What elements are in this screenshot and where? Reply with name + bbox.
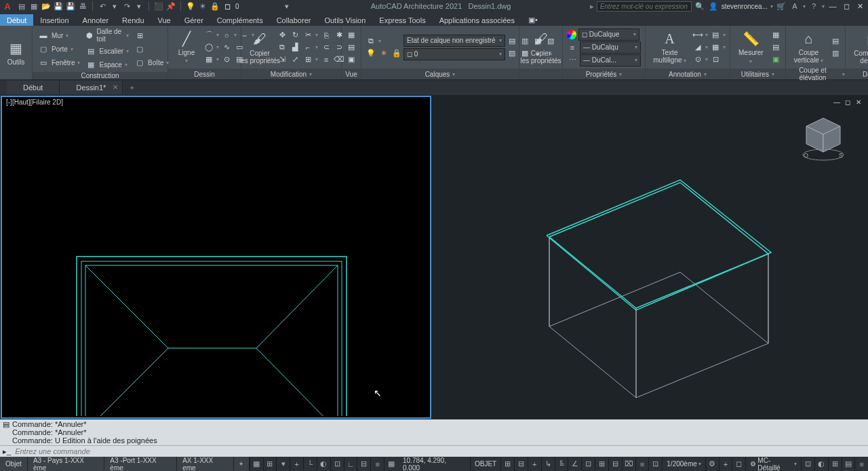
tab-rendu[interactable]: Rendu — [115, 14, 151, 26]
coupe-button[interactable]: ⌂ Coupe verticale ▾ — [790, 29, 827, 66]
dim6-icon[interactable]: ⊡ — [710, 54, 721, 65]
close-button[interactable]: ✕ — [854, 1, 865, 12]
user-name[interactable]: stevenroncea... — [722, 3, 768, 10]
status-objet[interactable]: Objet — [0, 457, 28, 471]
status-grid-drop[interactable]: ▾ — [276, 457, 290, 471]
ligne-button[interactable]: ╱ Ligne ▾ — [172, 29, 201, 66]
linetype-icon[interactable]: ⋯ — [567, 55, 578, 66]
stretch-icon[interactable]: ⇲ — [277, 54, 288, 65]
bulb-icon[interactable]: 💡 — [185, 1, 196, 12]
sun-icon[interactable]: ☀ — [197, 1, 208, 12]
tab-gerer[interactable]: Gérer — [178, 14, 210, 26]
dim5-icon[interactable]: ⊙ — [692, 54, 703, 65]
saveas-icon[interactable]: 💾 — [65, 1, 76, 12]
view2-icon[interactable]: ▤ — [346, 42, 357, 53]
dim4-icon[interactable]: ▦ — [710, 42, 721, 53]
status-ortho-icon[interactable]: + — [290, 457, 303, 471]
mur-button[interactable]: ▬Mur▾ — [37, 29, 81, 41]
point-icon[interactable]: ⊙ — [221, 54, 232, 65]
status-objectsnap[interactable]: OBJET — [470, 457, 500, 471]
maximize-button[interactable]: ◻ — [841, 1, 852, 12]
join-icon[interactable]: ⊂ — [321, 42, 332, 53]
undo-dropdown[interactable]: ▾ — [109, 1, 120, 12]
status-grid-icon[interactable]: ⊞ — [263, 457, 277, 471]
status-trans-icon[interactable]: ▦ — [384, 457, 397, 471]
fenetre-button[interactable]: ▭Fenêtre▾ — [37, 56, 81, 69]
elev2-icon[interactable]: ▥ — [830, 48, 841, 59]
tab-complements[interactable]: Compléments — [210, 14, 270, 26]
tab-express[interactable]: Express Tools — [372, 14, 432, 26]
help-icon[interactable]: ? — [808, 1, 819, 12]
viewport-iso[interactable]: — ◻ ✕ — [433, 96, 867, 419]
util1-icon[interactable]: ▦ — [770, 30, 781, 41]
outils-button[interactable]: ▦ Outils — [2, 38, 31, 67]
status-s3-icon[interactable]: + — [528, 457, 541, 471]
status-coords[interactable]: 10.784, 4.290, 0.000 — [397, 457, 470, 472]
escalier-button[interactable]: ▤Escalier▾ — [84, 45, 130, 57]
trim-icon[interactable]: ✂ — [302, 30, 313, 41]
status-s10-icon[interactable]: ⌧ — [622, 457, 635, 471]
save-icon[interactable]: 💾 — [53, 1, 64, 12]
status-s12-icon[interactable]: ⊡ — [648, 457, 662, 471]
scale-icon[interactable]: ⤢ — [290, 54, 300, 65]
layer-dropdown[interactable]: ▾ — [281, 1, 292, 12]
autodesk-icon[interactable]: A — [789, 1, 800, 12]
status-osnap-icon[interactable]: ⊡ — [330, 457, 344, 471]
vp-max[interactable]: ◻ — [843, 97, 852, 107]
sunlayer-icon[interactable]: ☀ — [378, 48, 389, 59]
texte-button[interactable]: A Texte multiligne ▾ — [650, 29, 690, 66]
fillet-icon[interactable]: ⌐ — [302, 42, 313, 53]
status-layout2[interactable]: A3 -Port 1-XXX ème — [104, 457, 177, 471]
rotate-icon[interactable]: ↻ — [290, 30, 300, 41]
doctab-dessin1[interactable]: Dessin1*✕ — [60, 81, 123, 94]
status-s6-icon[interactable]: ∠ — [568, 457, 581, 471]
dim2-icon[interactable]: ▤ — [710, 30, 721, 41]
espace-button[interactable]: ▦Espace▾ — [84, 58, 130, 71]
copy-icon[interactable]: ⧉ — [277, 42, 288, 53]
status-scale[interactable]: 1/200ème▾ — [662, 457, 705, 471]
panel-annotation[interactable]: Annotation ▾ — [646, 69, 730, 79]
bulblayer-icon[interactable]: 💡 — [366, 48, 376, 59]
viewport-top[interactable]: [-][Haut][Filaire 2D] X Y ↖ — [1, 96, 431, 419]
panel-coupe[interactable]: Coupe et élévation ▾ — [786, 69, 845, 79]
status-s7-icon[interactable]: ⊡ — [581, 457, 595, 471]
polyline-icon[interactable]: ⌒ — [203, 30, 214, 41]
status-dynuc-icon[interactable]: ∟ — [344, 457, 357, 471]
tab-annoter[interactable]: Annoter — [76, 14, 116, 26]
viewcube[interactable]: O S — [800, 113, 847, 164]
status-lw-icon[interactable]: ≡ — [370, 457, 384, 471]
status-s1-icon[interactable]: ⊞ — [500, 457, 514, 471]
plot-icon[interactable]: 🖶 — [77, 1, 88, 12]
new-icon[interactable]: ▦ — [28, 1, 39, 12]
status-p2-icon[interactable]: ◻ — [732, 457, 745, 471]
status-s5-icon[interactable]: ╚ — [555, 457, 568, 471]
layp1-icon[interactable]: ▤ — [507, 36, 517, 47]
doctab-new[interactable]: + — [123, 81, 140, 94]
view3-icon[interactable]: ▣ — [346, 54, 357, 65]
copier-prop-button[interactable]: 🖌 Copier les propriétés — [245, 29, 274, 66]
vp-close[interactable]: ✕ — [854, 97, 863, 107]
command-input[interactable] — [15, 447, 865, 455]
move-icon[interactable]: ✥ — [277, 30, 288, 41]
status-layout-plus[interactable]: + — [234, 457, 250, 471]
view1-icon[interactable]: ▦ — [346, 30, 357, 41]
status-s2-icon[interactable]: ⊟ — [514, 457, 528, 471]
status-q3-icon[interactable]: ⊞ — [828, 457, 842, 471]
porte-button[interactable]: ▢Porte▾ — [37, 43, 81, 55]
redo-dropdown[interactable]: ▾ — [134, 1, 144, 12]
tab-focus[interactable]: ▣• — [521, 14, 545, 26]
hatch2-icon[interactable]: ▦ — [203, 54, 214, 65]
panel-proprietes[interactable]: Propriétés ▾ — [563, 69, 645, 79]
array-icon[interactable]: ⊞ — [302, 54, 313, 65]
status-polar-icon[interactable]: ◐ — [317, 457, 330, 471]
search-input[interactable] — [597, 1, 692, 12]
layer-current-dropdown[interactable]: ◻ 0▾ — [403, 48, 505, 60]
mirror-icon[interactable]: ▟ — [290, 42, 300, 53]
layer-state-dropdown[interactable]: Etat de calque non enregistré▾ — [403, 35, 505, 47]
lock-icon[interactable]: 🔒 — [210, 1, 220, 12]
doctab-start[interactable]: Début — [7, 81, 60, 94]
offset-icon[interactable]: ⎘ — [321, 30, 332, 41]
pin-icon[interactable]: 📌 — [165, 1, 176, 12]
tab-outilsvision[interactable]: Outils Vision — [317, 14, 372, 26]
colorwheel-icon[interactable] — [567, 30, 576, 39]
